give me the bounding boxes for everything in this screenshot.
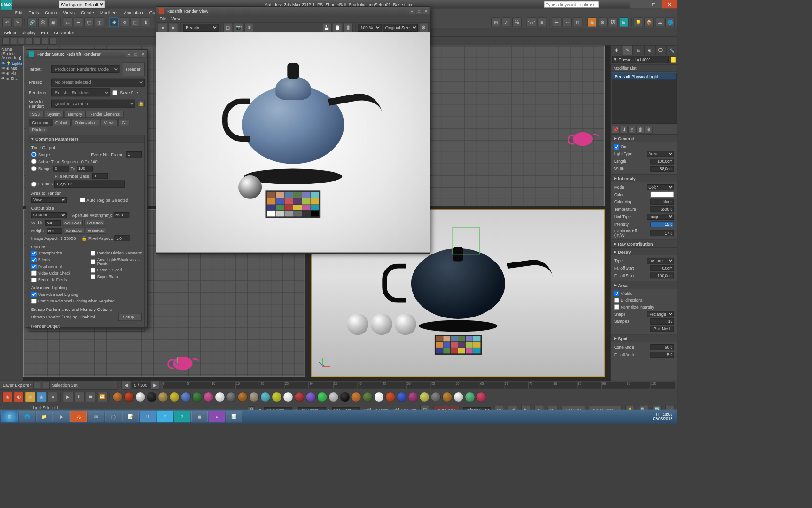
percent-snap[interactable]: % bbox=[512, 17, 522, 27]
auto-region-checkbox[interactable] bbox=[80, 198, 85, 203]
menu-modifiers[interactable]: Modifiers bbox=[97, 10, 121, 15]
tree-item[interactable]: 👁💡Lights bbox=[1, 61, 23, 66]
taskbar-ie[interactable]: 🌐 bbox=[19, 411, 35, 422]
menu-tools[interactable]: Tools bbox=[25, 10, 42, 15]
range-to-input[interactable] bbox=[77, 166, 93, 172]
width-input[interactable] bbox=[650, 166, 674, 172]
on-checkbox[interactable] bbox=[614, 144, 619, 150]
material-sphere[interactable] bbox=[272, 392, 282, 402]
material-sphere[interactable] bbox=[260, 392, 271, 402]
filter-icon[interactable] bbox=[49, 38, 56, 45]
rollout-header[interactable]: ▸ Area bbox=[611, 281, 677, 289]
taskbar-firefox[interactable]: 🦊 bbox=[70, 411, 87, 422]
tab-output[interactable]: Output bbox=[52, 119, 71, 126]
rv-save-button[interactable]: 💾 bbox=[322, 23, 332, 32]
menu-views[interactable]: Views bbox=[60, 10, 78, 15]
dialog-titlebar[interactable]: Redshift Render View –□✕ bbox=[156, 7, 430, 15]
scale-button[interactable]: ⬚ bbox=[131, 17, 140, 27]
window-maximize[interactable]: □ bbox=[646, 0, 661, 8]
samples-input[interactable] bbox=[650, 318, 674, 325]
displacement-checkbox[interactable] bbox=[31, 264, 37, 269]
range-radio[interactable] bbox=[31, 166, 37, 171]
range-from-input[interactable] bbox=[54, 166, 69, 172]
material-sphere[interactable] bbox=[476, 392, 486, 402]
visible-checkbox[interactable] bbox=[614, 291, 619, 296]
dialog-close[interactable]: ✕ bbox=[423, 8, 429, 14]
taskbar-app[interactable]: ◼ bbox=[191, 411, 208, 422]
material-sphere[interactable] bbox=[147, 392, 157, 402]
tab-optimization[interactable]: Optimization bbox=[71, 119, 100, 126]
force-2sided-checkbox[interactable] bbox=[91, 268, 96, 273]
material-sphere[interactable] bbox=[192, 392, 203, 402]
material-sphere[interactable] bbox=[419, 392, 429, 402]
link-button[interactable]: 🔗 bbox=[27, 17, 37, 27]
preset-button[interactable]: 720x486 bbox=[85, 220, 105, 226]
material-sphere[interactable] bbox=[169, 392, 180, 402]
material-sphere[interactable] bbox=[397, 392, 407, 402]
tab-display[interactable]: 🖵 bbox=[655, 46, 666, 55]
taskbar-app[interactable]: U bbox=[140, 411, 156, 422]
tab-utilities[interactable]: 🔧 bbox=[666, 46, 677, 55]
filter-icon[interactable] bbox=[2, 38, 9, 45]
cone-input[interactable] bbox=[650, 344, 674, 350]
material-sphere[interactable] bbox=[328, 392, 339, 402]
layer-icon[interactable] bbox=[33, 381, 40, 389]
single-radio[interactable] bbox=[31, 152, 37, 157]
rollout-header[interactable]: ▸ Decay bbox=[611, 248, 677, 255]
menu-edit[interactable]: Edit bbox=[12, 10, 25, 15]
intensity-input[interactable] bbox=[650, 221, 674, 227]
angle-snap[interactable]: ∠ bbox=[502, 17, 511, 27]
decay-type-select[interactable]: Inv...are bbox=[647, 258, 674, 264]
redo-button[interactable]: ↷ bbox=[13, 17, 23, 27]
tab-modify[interactable]: ✎ bbox=[622, 46, 633, 55]
tab-common[interactable]: Common bbox=[29, 119, 52, 126]
hidden-geom-checkbox[interactable] bbox=[91, 251, 96, 256]
rs-volume-button[interactable]: ☁ bbox=[655, 17, 664, 27]
preset-button[interactable]: 640x480 bbox=[64, 228, 85, 234]
material-sphere[interactable] bbox=[465, 392, 475, 402]
timeline-next-button[interactable]: ▶ bbox=[150, 381, 160, 390]
modifier-item[interactable]: Redshift Physical Light bbox=[612, 73, 676, 79]
place-button[interactable]: ⬇ bbox=[141, 17, 150, 27]
rollout-common-params[interactable]: ▾ Common Parameters bbox=[29, 135, 145, 143]
rs-light-button[interactable]: 💡 bbox=[634, 17, 643, 27]
dialog-maximize[interactable]: □ bbox=[416, 8, 422, 14]
aperture-input[interactable] bbox=[114, 212, 129, 218]
render-height-input[interactable] bbox=[47, 228, 62, 234]
lock-view-button[interactable]: 🔒 bbox=[138, 100, 145, 107]
modifier-list-header[interactable]: Modifier List bbox=[611, 64, 677, 72]
preset-button[interactable]: 800x600 bbox=[86, 228, 107, 234]
move-button[interactable]: ✥ bbox=[109, 17, 119, 27]
material-sphere[interactable] bbox=[158, 392, 168, 402]
rv-image-area[interactable] bbox=[156, 32, 430, 252]
rollout-header[interactable]: ▸ Intensity bbox=[611, 175, 677, 182]
system-tray[interactable]: IT 18:06 02/03/2018 bbox=[653, 413, 675, 421]
taskbar-thunderbird[interactable]: ✉ bbox=[88, 411, 104, 422]
file-base-input[interactable] bbox=[92, 173, 108, 179]
material-sphere[interactable] bbox=[180, 392, 191, 402]
shelf-button[interactable]: ● bbox=[48, 392, 58, 402]
remove-modifier-button[interactable]: 🗑 bbox=[636, 126, 644, 134]
shelf-button[interactable]: ◉ bbox=[37, 392, 47, 402]
render-button[interactable]: Render bbox=[122, 62, 144, 76]
rv-settings-button[interactable]: ⚙ bbox=[419, 23, 429, 32]
use-adv-lighting-checkbox[interactable] bbox=[31, 292, 37, 297]
shelf-button[interactable]: ◐ bbox=[14, 392, 24, 402]
atmospherics-checkbox[interactable] bbox=[31, 251, 37, 256]
frames-radio[interactable] bbox=[31, 182, 37, 187]
rotate-button[interactable]: ↻ bbox=[120, 17, 129, 27]
material-sphere[interactable] bbox=[408, 392, 418, 402]
color-swatch[interactable] bbox=[650, 192, 674, 198]
shelf-button[interactable]: ◉ bbox=[2, 392, 13, 402]
workspace-selector[interactable]: Workspace: Default bbox=[59, 1, 105, 8]
shape-select[interactable]: Rectangle bbox=[647, 311, 674, 317]
material-sphere[interactable] bbox=[203, 392, 214, 402]
rv-menu-file[interactable]: File bbox=[159, 16, 166, 21]
rendered-frame-button[interactable]: 🖼 bbox=[609, 17, 618, 27]
taskbar-explorer[interactable]: 📁 bbox=[36, 411, 53, 422]
tab-gi[interactable]: GI bbox=[118, 119, 130, 126]
rv-clear-button[interactable]: 🗑 bbox=[344, 23, 353, 32]
material-sphere[interactable] bbox=[453, 392, 464, 402]
workspace-select[interactable]: Workspace: Default bbox=[59, 1, 105, 8]
pixel-aspect-input[interactable] bbox=[115, 235, 130, 241]
